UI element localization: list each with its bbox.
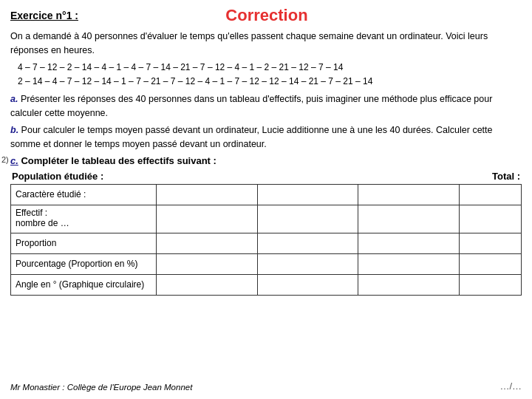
numbers-row1: 4 – 7 – 12 – 2 – 14 – 4 – 1 – 4 – 7 – 14… xyxy=(18,61,522,75)
total-label: Total : xyxy=(492,171,520,182)
total-4 xyxy=(459,274,521,295)
question-b: b. Pour calculer le temps moyen passé de… xyxy=(10,123,522,151)
row-header-proportion: Proportion xyxy=(11,233,157,253)
question-a-text: Présenter les réponses des 40 personnes … xyxy=(10,94,492,118)
total-1 xyxy=(459,205,521,233)
cell-3-1 xyxy=(257,253,358,274)
table-section: Population étudiée : Total : Caractère é… xyxy=(10,171,522,296)
cell-1-2 xyxy=(358,205,460,233)
header: Exercice n°1 : Correction xyxy=(10,6,522,25)
table-row: Pourcentage (Proportion en %) xyxy=(11,253,522,274)
table-row: Angle en ° (Graphique circulaire) xyxy=(11,274,522,295)
effectifs-table: Caractère étudié : Effectif :nombre de … xyxy=(10,184,522,296)
row-header-pourcentage: Pourcentage (Proportion en %) xyxy=(11,253,157,274)
cell-0-1 xyxy=(257,184,358,205)
footer: Mr Monastier : Collège de l'Europe Jean … xyxy=(10,381,522,392)
intro-main-text: On a demandé à 40 personnes d'évaluer le… xyxy=(10,31,488,55)
row-header-angle: Angle en ° (Graphique circulaire) xyxy=(11,274,157,295)
table-row: Proportion xyxy=(11,233,522,253)
table-row: Effectif :nombre de … xyxy=(11,205,522,233)
cell-0-0 xyxy=(156,184,257,205)
total-0 xyxy=(459,184,521,205)
cell-1-1 xyxy=(257,205,358,233)
question-b-text: Pour calculer le temps moyen passé devan… xyxy=(10,125,493,149)
cell-4-2 xyxy=(358,274,460,295)
table-title-row: Population étudiée : Total : xyxy=(10,171,522,182)
numbers-row2: 2 – 14 – 4 – 7 – 12 – 14 – 1 – 7 – 21 – … xyxy=(18,75,522,89)
cell-1-0 xyxy=(156,205,257,233)
cell-2-2 xyxy=(358,233,460,253)
cell-4-0 xyxy=(156,274,257,295)
question-c-text: Compléter le tableau des effectifs suiva… xyxy=(21,155,216,166)
question-b-label: b. xyxy=(10,125,18,135)
row-header-caractere: Caractère étudié : xyxy=(11,184,157,205)
correction-title: Correction xyxy=(78,6,455,25)
cell-0-2 xyxy=(358,184,460,205)
side-number: 2) xyxy=(1,155,9,164)
question-c: c. Compléter le tableau des effectifs su… xyxy=(10,155,522,166)
question-a: a. Présenter les réponses des 40 personn… xyxy=(10,92,522,120)
table-row: Caractère étudié : xyxy=(11,184,522,205)
cell-4-1 xyxy=(257,274,358,295)
page-container: Exercice n°1 : Correction On a demandé à… xyxy=(0,0,532,399)
total-2 xyxy=(459,233,521,253)
question-a-label: a. xyxy=(10,94,18,104)
teacher-label: Mr Monastier : Collège de l'Europe Jean … xyxy=(10,383,192,392)
cell-2-0 xyxy=(156,233,257,253)
cell-2-1 xyxy=(257,233,358,253)
total-3 xyxy=(459,253,521,274)
cell-3-2 xyxy=(358,253,460,274)
row-header-effectif: Effectif :nombre de … xyxy=(11,205,157,233)
intro-text: On a demandé à 40 personnes d'évaluer le… xyxy=(10,30,522,58)
exercise-title: Exercice n°1 : xyxy=(10,10,78,21)
cell-3-0 xyxy=(156,253,257,274)
question-c-label: c. xyxy=(10,155,18,166)
population-label: Population étudiée : xyxy=(12,171,103,182)
page-dots: …/… xyxy=(499,381,522,392)
